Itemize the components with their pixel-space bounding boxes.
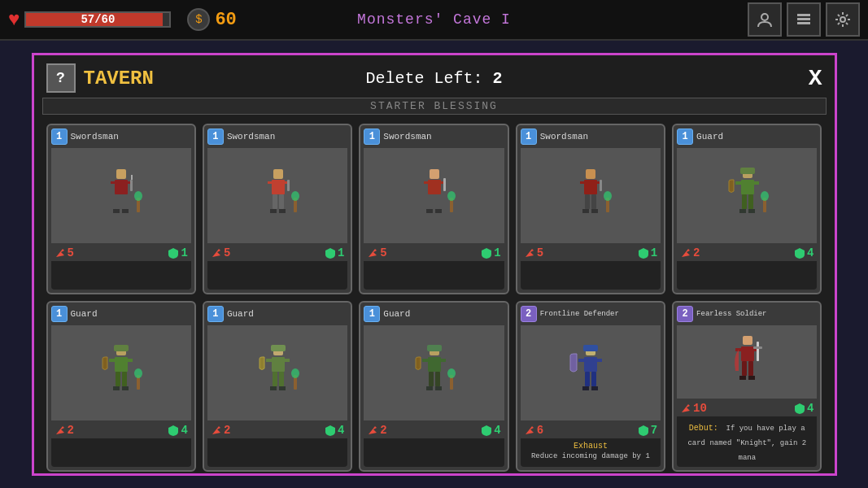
card-guard-3[interactable]: 1 Guard xyxy=(203,301,352,472)
svg-rect-34 xyxy=(435,194,440,209)
svg-rect-66 xyxy=(116,372,120,386)
svg-rect-30 xyxy=(424,181,430,184)
card-sprite xyxy=(51,325,191,420)
tavern-help-button[interactable]: ? xyxy=(46,63,76,93)
card-sprite xyxy=(677,148,817,243)
card-cost: 1 xyxy=(207,129,224,145)
cards-grid: 1 Swordsman xyxy=(42,120,827,476)
svg-rect-39 xyxy=(586,169,595,179)
svg-rect-11 xyxy=(116,194,120,209)
svg-rect-88 xyxy=(429,372,434,386)
svg-rect-107 xyxy=(757,342,759,361)
svg-rect-104 xyxy=(741,346,754,361)
card-sprite xyxy=(677,325,817,399)
svg-rect-44 xyxy=(585,194,590,209)
svg-rect-23 xyxy=(279,194,284,209)
svg-rect-90 xyxy=(426,386,433,390)
settings-button[interactable] xyxy=(826,2,860,37)
stat-defense: 4 xyxy=(168,424,187,437)
svg-rect-63 xyxy=(115,357,128,372)
svg-rect-1 xyxy=(797,14,810,16)
card-sprite xyxy=(364,148,504,243)
svg-rect-3 xyxy=(797,22,810,24)
card-guard-4[interactable]: 1 Guard xyxy=(359,301,508,472)
card-name: Fearless Soldier xyxy=(696,310,766,318)
stat-defense: 4 xyxy=(325,424,344,437)
svg-rect-21 xyxy=(287,180,290,191)
card-guard-1[interactable]: 1 Guard xyxy=(672,124,822,294)
card-frontline-defender[interactable]: 2 Frontline Defender xyxy=(516,301,665,472)
card-swordsman-4[interactable]: 1 Swordsman xyxy=(516,124,665,294)
svg-rect-19 xyxy=(268,181,274,184)
card-header: 1 Guard xyxy=(207,306,347,322)
svg-rect-103 xyxy=(743,336,752,345)
card-bottom xyxy=(51,438,191,467)
svg-rect-75 xyxy=(266,359,273,362)
stat-attack: 2 xyxy=(211,424,230,437)
svg-rect-110 xyxy=(748,361,753,376)
layers-button[interactable] xyxy=(787,2,821,37)
close-button[interactable]: X xyxy=(809,66,822,91)
svg-rect-9 xyxy=(130,180,133,191)
card-ability-label: Debut: xyxy=(689,424,718,433)
card-cost: 1 xyxy=(364,306,380,322)
card-header: 1 Swordsman xyxy=(207,129,347,145)
svg-rect-85 xyxy=(428,357,441,372)
svg-rect-96 xyxy=(584,357,597,372)
card-stats: 5 1 xyxy=(51,245,191,261)
stat-attack: 10 xyxy=(680,402,707,415)
card-guard-2[interactable]: 1 Guard xyxy=(46,301,196,472)
svg-rect-84 xyxy=(427,345,442,351)
svg-point-71 xyxy=(134,368,142,378)
card-header: 1 Swordsman xyxy=(364,129,504,145)
card-swordsman-3[interactable]: 1 Swordsman xyxy=(359,124,508,294)
card-stats: 2 4 xyxy=(677,245,817,261)
svg-rect-62 xyxy=(114,345,129,351)
gold-amount: 60 xyxy=(215,10,236,30)
gold-section: $ 60 xyxy=(187,8,236,31)
svg-rect-14 xyxy=(122,209,129,213)
level-title: Monsters' Cave I xyxy=(357,11,511,28)
svg-rect-98 xyxy=(595,359,602,362)
svg-point-4 xyxy=(840,17,845,22)
card-ability-desc: Reduce incoming damage by 1 xyxy=(524,452,657,460)
card-name: Swordsman xyxy=(383,132,431,142)
card-bottom: Exhaust Reduce incoming damage by 1 xyxy=(521,438,661,467)
svg-rect-89 xyxy=(435,372,440,386)
stat-defense: 1 xyxy=(168,246,187,259)
card-header: 1 Guard xyxy=(677,129,817,145)
stat-attack: 2 xyxy=(680,246,700,259)
stat-attack: 6 xyxy=(524,424,543,437)
card-stats: 6 7 xyxy=(521,422,661,438)
card-cost: 1 xyxy=(677,129,693,145)
card-cost: 1 xyxy=(51,306,68,322)
svg-rect-67 xyxy=(122,372,127,386)
svg-rect-58 xyxy=(748,209,755,213)
stat-attack: 5 xyxy=(211,246,230,259)
delete-left-label: Delete Left: 2 xyxy=(365,69,502,88)
card-name: Swordsman xyxy=(540,132,588,142)
card-name: Swordsman xyxy=(71,132,119,142)
svg-rect-64 xyxy=(109,359,116,362)
card-swordsman-2[interactable]: 1 Swordsman xyxy=(203,124,352,294)
stat-attack: 2 xyxy=(55,424,74,437)
profile-button[interactable] xyxy=(748,2,782,37)
card-swordsman-1[interactable]: 1 Swordsman xyxy=(46,124,196,294)
svg-rect-51 xyxy=(740,168,755,174)
card-header: 2 Fearless Soldier xyxy=(677,306,817,322)
heart-icon: ♥ xyxy=(8,9,20,31)
health-section: ♥ 57/60 xyxy=(8,9,171,31)
card-bottom xyxy=(207,438,347,467)
card-sprite xyxy=(521,148,661,243)
card-stats: 5 1 xyxy=(207,245,347,261)
card-fearless-soldier[interactable]: 2 Fearless Soldier xyxy=(672,301,822,472)
svg-rect-41 xyxy=(580,181,587,184)
stat-attack: 5 xyxy=(524,246,543,259)
svg-rect-52 xyxy=(741,180,754,194)
tavern-panel: ? TAVERN Delete Left: 2 X STARTER BLESSI… xyxy=(32,53,837,476)
card-name: Swordsman xyxy=(227,132,275,142)
svg-rect-111 xyxy=(739,376,746,380)
main-content: ? TAVERN Delete Left: 2 X STARTER BLESSI… xyxy=(0,41,868,488)
card-name: Frontline Defender xyxy=(540,310,619,318)
svg-rect-32 xyxy=(443,178,446,191)
